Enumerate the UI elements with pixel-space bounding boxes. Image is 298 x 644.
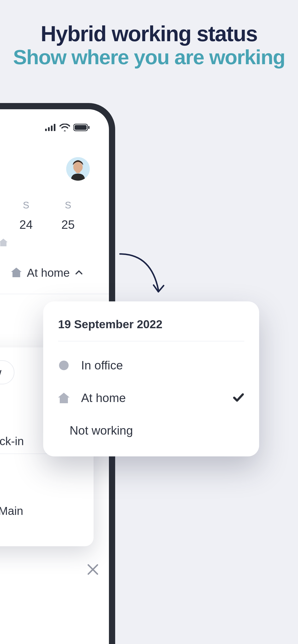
status-option-not-working[interactable]: Not working [58, 418, 244, 442]
day-of-week: S [5, 200, 47, 210]
day-cell[interactable]: S 25 [47, 200, 89, 232]
home-icon [58, 393, 70, 403]
status-popup: 19 September 2022 In office At home Not … [43, 302, 259, 456]
pill-text: w [0, 366, 2, 379]
status-bar [45, 124, 90, 131]
day-cell[interactable]: S 24 [5, 200, 47, 232]
arrow-icon [117, 252, 170, 300]
status-label: At home [27, 266, 70, 279]
day-of-week: S [47, 200, 89, 210]
option-label: Not working [70, 424, 244, 438]
home-icon [0, 238, 8, 247]
day-cell[interactable]: 3 [0, 200, 5, 232]
day-number: 3 [0, 207, 5, 221]
divider [0, 294, 109, 294]
check-icon [233, 393, 244, 403]
location-label: ord Main [0, 504, 82, 518]
divider [58, 341, 244, 342]
day-number: 25 [47, 218, 89, 232]
home-icon [11, 268, 22, 278]
cellular-icon [45, 124, 56, 131]
svg-rect-2 [51, 126, 53, 131]
headline: Hybrid working status Show where you are… [0, 22, 298, 69]
wifi-icon [60, 124, 70, 131]
headline-subtitle: Show where you are working [0, 45, 298, 69]
battery-icon [73, 124, 90, 131]
avatar[interactable] [66, 157, 90, 181]
svg-point-9 [76, 170, 80, 173]
popup-date: 19 September 2022 [58, 318, 244, 331]
chevron-up-icon [75, 270, 83, 276]
headline-title: Hybrid working status [0, 22, 298, 46]
status-selector[interactable]: At home [11, 266, 83, 279]
svg-rect-0 [45, 129, 47, 131]
option-label: At home [81, 391, 221, 405]
status-option-at-home[interactable]: At home [58, 386, 244, 410]
option-label: In office [81, 358, 244, 372]
svg-rect-3 [54, 124, 55, 131]
close-icon[interactable] [86, 563, 99, 577]
svg-rect-1 [48, 127, 50, 131]
week-row: 3 S 24 S 25 [0, 200, 109, 232]
dot-icon [58, 360, 70, 370]
svg-rect-5 [75, 125, 87, 130]
day-number: 24 [5, 218, 47, 232]
status-option-in-office[interactable]: In office [58, 354, 244, 377]
pill-button[interactable]: w [0, 360, 14, 384]
svg-rect-6 [88, 126, 89, 129]
